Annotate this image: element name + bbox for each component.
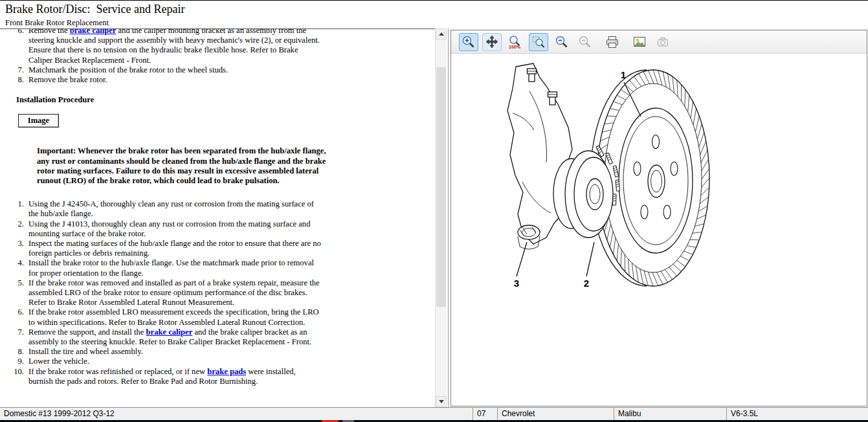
installation-steps-list: 1.Using the J 42450-A, thoroughly clean … [0,199,435,386]
procedure-step: 8.Remove the brake rotor. [0,75,435,85]
step-number: 7. [0,328,28,347]
step-number: 9. [0,357,28,366]
step-number: 4. [0,258,28,278]
copy-image-button[interactable] [630,33,649,51]
step-number: 10. [0,367,28,386]
step-text: Matchmark the position of the brake roto… [28,65,321,75]
svg-text:100%: 100% [509,45,521,49]
important-note: Important: Whenever the brake rotor has … [37,146,329,186]
procedure-step: 10.If the brake rotor was refinished or … [0,367,435,386]
content-scrollbar[interactable] [435,28,447,407]
step-text: Remove the brake rotor. [28,75,321,85]
print-button[interactable] [603,33,622,51]
step-number: 7. [0,65,28,75]
page-title: Brake Rotor/Disc: Service and Repair [5,3,184,16]
zoom-100-icon: 100% [507,34,523,50]
panel-divider [448,28,449,407]
step-text: Remove the brake caliper and the caliper… [28,28,321,65]
scroll-up-icon [439,32,444,36]
scroll-down-icon [439,400,444,403]
removal-steps-list: 6.Remove the brake caliper and the calip… [0,28,435,85]
step-text: If the brake rotor was refinished or rep… [28,367,321,386]
knuckle-bolt-upper [528,69,537,82]
status-database: Domestic #13 1999-2012 Q3-12 [0,408,473,420]
inline-link[interactable]: brake caliper [70,28,117,35]
knuckle-bolt-lower [548,92,557,105]
callout-3: 3 [514,278,519,289]
status-engine: V6-3.5L [727,408,868,420]
callout-1: 1 [621,69,626,80]
procedure-step: 7.Matchmark the position of the brake ro… [0,65,435,75]
step-number: 6. [0,28,28,65]
pan-button[interactable] [482,33,502,51]
step-number: 2. [0,219,28,239]
step-number: 8. [0,347,28,357]
procedure-step: 5.If the brake rotor was removed and ins… [0,278,435,308]
zoom-out-full-button[interactable] [575,33,595,51]
step-text: Using the J 41013, thoroughly clean any … [28,219,321,239]
copy-image-icon [632,34,647,50]
zoom-window-button[interactable] [529,33,548,51]
camera-button[interactable] [653,33,673,51]
callout-2: 2 [584,278,589,289]
procedure-step: 6.Remove the brake caliper and the calip… [0,28,435,65]
scroll-up-button[interactable] [436,28,447,39]
page-subtitle: Front Brake Rotor Replacement [5,18,109,28]
step-text: Install the brake rotor to the hub/axle … [28,258,321,278]
scroll-thumb[interactable] [436,67,446,307]
procedure-step: 8.Install the tire and wheel assembly. [0,347,435,357]
step-text: Remove the support, and install the brak… [28,328,321,347]
camera-icon [655,34,671,50]
knuckle-lower-boss [518,225,540,249]
inline-link[interactable]: brake caliper [146,328,193,337]
zoom-out-full-icon [577,34,593,50]
procedure-panel: 6.Remove the brake caliper and the calip… [0,28,435,407]
step-text: Inspect the mating surfaces of the hub/a… [28,239,321,258]
print-icon [605,34,620,50]
zoom-100-button[interactable]: 100% [506,33,525,51]
image-toolbar: 100% [451,30,867,54]
illustration-panel: 100% [451,30,867,406]
procedure-step: 9.Lower the vehicle. [0,357,435,366]
step-number: 6. [0,307,28,327]
step-text: If the brake rotor assembled LRO measure… [28,307,321,327]
status-make: Chevrolet [498,408,614,420]
status-model: Malibu [614,408,727,420]
procedure-step: 1.Using the J 42450-A, thoroughly clean … [0,199,435,219]
image-button[interactable]: Image [18,114,59,128]
procedure-document: 6.Remove the brake caliper and the calip… [0,28,435,386]
procedure-step: 4.Install the brake rotor to the hub/axl… [0,258,435,278]
step-number: 5. [0,278,28,308]
procedure-step: 7.Remove the support, and install the br… [0,328,435,347]
step-number: 3. [0,239,28,258]
scroll-down-button[interactable] [436,396,447,407]
step-number: 8. [0,75,28,85]
installation-heading: Installation Procedure [16,95,435,105]
pan-icon [484,34,500,50]
status-bar: Domestic #13 1999-2012 Q3-12 07 Chevrole… [0,407,868,420]
step-text: Lower the vehicle. [28,357,321,366]
inline-link[interactable]: brake pads [207,367,246,376]
procedure-step: 2.Using the J 41013, thoroughly clean an… [0,219,435,239]
brake-rotor-illustration: 1 2 3 [451,54,867,406]
step-number: 1. [0,199,28,219]
procedure-step: 3.Inspect the mating surfaces of the hub… [0,239,435,258]
app-window: Brake Rotor/Disc: Service and Repair Fro… [0,0,868,422]
step-text: Install the tire and wheel assembly. [28,347,321,357]
step-text: Using the J 42450-A, thoroughly clean an… [28,199,321,219]
step-text: If the brake rotor was removed and insta… [28,278,321,308]
zoom-in-button[interactable] [459,33,478,51]
zoom-window-icon [531,34,546,50]
procedure-step: 6.If the brake rotor assembled LRO measu… [0,307,435,327]
zoom-out-icon [554,34,570,50]
zoom-out-button[interactable] [552,33,572,51]
status-year: 07 [473,408,498,420]
zoom-in-icon [461,34,476,50]
